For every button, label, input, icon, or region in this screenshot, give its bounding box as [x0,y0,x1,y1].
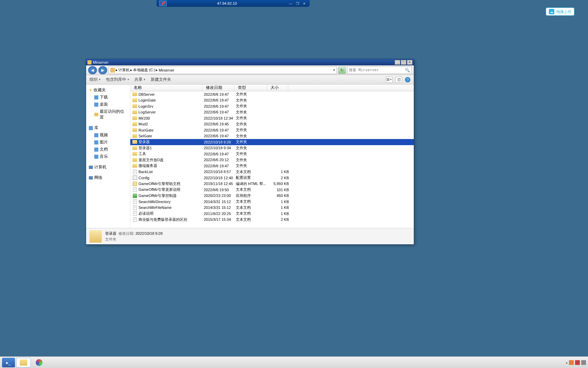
file-name: 里面文件放D盘 [138,157,204,163]
folder-icon [89,230,102,243]
sidebar-libraries[interactable]: 库 [89,124,127,132]
rdp-close-button[interactable]: ✕ [301,1,308,6]
sidebar-item-videos[interactable]: 视频 [89,132,127,139]
rdp-minimize-button[interactable]: — [287,1,294,6]
file-row[interactable]: 商业版与免费版登录器的区别2015/3/17 15:34文本文档2 KB [130,217,414,223]
file-row[interactable]: 必读说明2011/8/22 20:25文本文档1 KB [130,211,414,217]
file-date: 2022/8/6 19:47 [204,110,236,114]
search-icon[interactable]: 🔍 [405,68,410,73]
breadcrumb-sep: ▸ [156,68,158,72]
file-row[interactable]: Mud22022/8/6 19:45文件夹 [130,121,414,127]
file-row[interactable]: GameOfMir引擎帮助文档2019/11/18 12:45编译的 HTML … [130,181,414,187]
document-icon [94,148,98,152]
column-date[interactable]: 修改日期 [202,85,234,91]
file-row[interactable]: Mir2002022/10/18 12:34文件夹 [130,115,414,121]
search-box[interactable]: 🔍 [347,66,412,74]
sidebar-favorites[interactable]: ★收藏夹 [89,87,127,94]
column-name[interactable]: 名称 [130,85,202,91]
folder-icon [132,92,137,97]
file-row[interactable]: Config2022/10/18 12:40配置设置2 KB [130,175,414,181]
preview-pane-button[interactable]: ◫ [395,77,402,83]
file-row[interactable]: DBServer2022/8/6 19:47文件夹 [130,91,414,97]
app-icon [36,359,43,366]
dropdown-icon[interactable]: ▾ [333,68,335,72]
sidebar-item-pictures[interactable]: 图片 [89,139,127,146]
forward-button[interactable]: ► [98,66,107,74]
tray-icon[interactable] [575,360,580,365]
file-row[interactable]: SearchMirDirectory2014/3/31 15:12文本文档1 K… [130,199,414,205]
taskbar-item-explorer[interactable] [16,358,31,367]
navigation-bar: ◄ ► ▸ 计算机 ▸ 本地磁盘 (C:) ▸ Mirserver ▾ ↻ 🔍 [86,65,414,75]
file-row[interactable]: SearchMirFileName2014/3/31 15:12文本文档1 KB [130,205,414,211]
file-row[interactable]: 登录器12022/10/18 9:34文件夹 [130,145,414,151]
file-row[interactable]: LogServer2022/8/6 19:47文件夹 [130,109,414,116]
start-button[interactable]: ▸_ [2,358,15,367]
file-name: SearchMirFileName [138,205,204,210]
file-row[interactable]: 微端服务器2022/8/6 19:47文件夹 [130,163,414,169]
sidebar-item-recent[interactable]: 最近访问的位置 [89,108,127,121]
navigation-pane: ★收藏夹 下载 桌面 最近访问的位置 库 视频 图片 文档 音乐 计算机 网络 [86,85,130,228]
minimize-button[interactable]: _ [395,60,400,65]
sidebar-item-music[interactable]: 音乐 [89,153,127,160]
sidebar-network[interactable]: 网络 [89,174,127,181]
file-name: Mud2 [138,122,204,126]
sidebar-item-downloads[interactable]: 下载 [89,94,127,101]
file-row[interactable]: GameOfMir引擎控制器2020/2/23 23:00应用程序450 KB [130,193,414,199]
file-name: GameOfMir引擎更新说明 [138,187,204,192]
file-row[interactable]: 登录器2022/10/18 9:28文件夹 [130,139,414,145]
sidebar-item-desktop[interactable]: 桌面 [89,101,127,108]
file-row[interactable]: BackList2022/10/18 8:57文本文档1 KB [130,169,414,175]
file-name: BackList [138,170,204,174]
column-type[interactable]: 类型 [234,85,267,91]
computer-icon [89,166,93,169]
file-date: 2022/10/18 9:28 [204,140,236,144]
tray-icon[interactable] [581,360,586,365]
file-row[interactable]: 工具2022/8/6 19:47文件夹 [130,151,414,157]
refresh-button[interactable]: ↻ [338,66,346,74]
folder-icon [110,68,115,73]
folder-icon [132,98,137,103]
file-date: 2022/8/6 19:47 [204,92,236,96]
new-folder-button[interactable]: 新建文件夹 [151,77,171,82]
organize-menu[interactable]: 组织▼ [89,77,101,82]
drag-upload-widget[interactable]: ☁ 拖拽上传 [546,7,574,16]
file-row[interactable]: LoginGate2022/8/6 19:47文件夹 [130,97,414,104]
column-size[interactable]: 大小 [267,85,288,91]
sidebar-item-documents[interactable]: 文档 [89,146,127,153]
file-date: 2022/8/6 19:50 [204,188,236,192]
folder-icon [87,60,92,64]
upload-label: 拖拽上传 [556,9,571,14]
rdp-pin-button[interactable]: 📌 [159,1,167,6]
file-row[interactable]: 里面文件放D盘2022/8/6 20:12文件夹 [130,157,414,163]
search-input[interactable] [349,68,405,72]
file-date: 2022/8/6 19:47 [204,164,236,168]
details-pane: 登录器 修改日期: 2022/10/18 9:28 文件夹 [86,228,414,244]
breadcrumb-part[interactable]: 本地磁盘 (C:) [133,67,155,73]
file-size: 1 KB [268,200,289,204]
tray-icon[interactable] [569,360,574,365]
address-bar[interactable]: ▸ 计算机 ▸ 本地磁盘 (C:) ▸ Mirserver ▾ [109,66,337,74]
picture-icon [94,140,98,144]
file-date: 2022/8/6 19:47 [204,104,236,108]
close-button[interactable]: ✕ [407,60,412,65]
file-type: 文件夹 [236,116,268,121]
help-button[interactable]: ? [405,77,410,82]
tray-chevron-icon[interactable]: ▴ [566,361,568,364]
file-row[interactable]: RunGate2022/8/6 19:47文件夹 [130,127,414,133]
file-row[interactable]: GameOfMir引擎更新说明2022/8/6 19:50文本文档101 KB [130,187,414,193]
view-mode-button[interactable]: ☰▼ [386,77,393,83]
breadcrumb-part[interactable]: Mirserver [159,68,174,72]
file-type: 文件夹 [236,104,268,109]
file-name: 微端服务器 [138,163,204,168]
file-row[interactable]: LoginSrv2022/8/6 19:47文件夹 [130,103,414,109]
sidebar-computer[interactable]: 计算机 [89,164,127,171]
share-menu[interactable]: 共享▼ [134,77,146,82]
back-button[interactable]: ◄ [88,66,97,74]
rdp-restore-button[interactable]: ❐ [294,1,301,6]
file-row[interactable]: SelGate2022/8/6 19:47文件夹 [130,133,414,139]
breadcrumb-part[interactable]: 计算机 [118,67,130,73]
taskbar-item-app[interactable] [32,358,46,367]
include-library-menu[interactable]: 包含到库中▼ [106,77,130,82]
maximize-button[interactable]: □ [401,60,406,65]
window-titlebar[interactable]: Mirserver _ □ ✕ [86,59,414,65]
